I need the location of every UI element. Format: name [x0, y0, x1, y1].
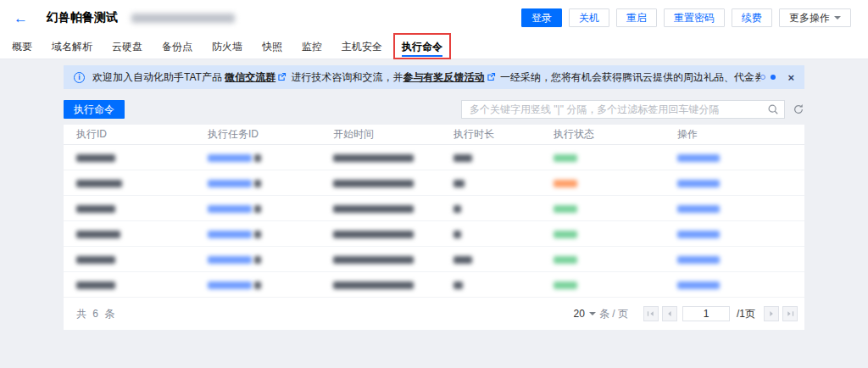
prev-page-button[interactable] — [662, 306, 677, 321]
feedback-activity-link[interactable]: 参与有奖反馈活动 — [403, 71, 485, 83]
search-input[interactable] — [470, 103, 767, 115]
cell-start-time — [320, 152, 441, 164]
more-actions-label: 更多操作 — [789, 11, 830, 25]
banner-text: 欢迎加入自动化助手TAT产品 微信交流群 进行技术咨询和交流，并参与有奖反馈活动… — [92, 70, 760, 85]
blurred-execution-id — [76, 180, 122, 187]
blurred-operation-link[interactable] — [677, 205, 720, 213]
cell-start-time — [320, 177, 441, 189]
search-icon[interactable] — [767, 103, 779, 115]
blurred-operation-link[interactable] — [677, 256, 720, 264]
page-number-input[interactable] — [682, 306, 730, 321]
cell-operation — [665, 228, 804, 240]
carousel-dot-inactive[interactable] — [760, 75, 765, 80]
table-row — [64, 272, 804, 298]
blurred-copy-icon[interactable] — [254, 205, 261, 213]
last-page-button[interactable] — [782, 306, 798, 321]
total-count: 共 6 条 — [76, 307, 116, 321]
page-total: /1页 — [737, 307, 755, 321]
blurred-operation-link[interactable] — [677, 231, 720, 238]
first-page-button[interactable] — [643, 306, 659, 321]
tab-monitor[interactable]: 监控 — [302, 36, 322, 59]
chevron-down-icon — [589, 312, 596, 315]
status-badge — [554, 180, 577, 187]
column-header-task-id: 执行任务ID — [195, 127, 320, 142]
table-footer: 共 6 条 20 条 / 页 / — [64, 298, 804, 330]
blurred-task-id-link[interactable] — [208, 205, 252, 213]
renew-button[interactable]: 续费 — [732, 8, 772, 27]
tab-backup-point[interactable]: 备份点 — [162, 36, 192, 59]
tab-cloud-disk[interactable]: 云硬盘 — [112, 36, 142, 59]
tab-overview[interactable]: 概要 — [12, 36, 32, 59]
tab-snapshot[interactable]: 快照 — [262, 36, 282, 59]
cell-task-id — [195, 177, 320, 189]
cell-task-id — [195, 254, 320, 265]
blurred-operation-link[interactable] — [677, 154, 720, 162]
chevron-down-icon — [834, 16, 841, 20]
page-size-unit: 条 / 页 — [599, 307, 628, 321]
topbar: ← 幻兽帕鲁测试 登录 关机 重启 重置密码 续费 更多操作 — [0, 0, 868, 36]
cell-execution-id — [64, 152, 195, 164]
cell-duration — [441, 279, 541, 291]
execute-command-button[interactable]: 执行命令 — [64, 100, 125, 119]
reset-password-button[interactable]: 重置密码 — [664, 8, 725, 27]
cell-task-id — [195, 279, 320, 291]
blurred-operation-link[interactable] — [677, 180, 720, 187]
cell-duration — [441, 177, 541, 189]
blurred-start-time — [333, 231, 414, 238]
blurred-copy-icon[interactable] — [254, 256, 261, 264]
cell-task-id — [195, 203, 320, 215]
cell-operation — [665, 254, 804, 265]
instance-info-blurred — [131, 14, 235, 23]
close-icon[interactable]: × — [787, 72, 794, 83]
carousel-dot-active[interactable] — [771, 75, 776, 80]
blurred-execution-id — [76, 205, 115, 213]
login-button[interactable]: 登录 — [521, 8, 562, 27]
active-tab-underline — [402, 55, 442, 57]
blurred-duration — [453, 231, 461, 238]
page-size-select[interactable]: 20 — [574, 308, 596, 320]
status-badge — [554, 282, 577, 289]
blurred-task-id-link[interactable] — [208, 154, 252, 162]
blurred-task-id-link[interactable] — [208, 282, 252, 289]
external-link-icon — [277, 72, 287, 84]
back-arrow-icon[interactable]: ← — [14, 11, 28, 25]
cell-execution-id — [64, 228, 195, 240]
page-size-value: 20 — [574, 308, 585, 320]
blurred-operation-link[interactable] — [677, 282, 720, 289]
blurred-start-time — [333, 205, 414, 213]
blurred-copy-icon[interactable] — [254, 180, 261, 187]
topbar-actions: 登录 关机 重启 重置密码 续费 更多操作 — [521, 8, 851, 27]
tab-dns[interactable]: 域名解析 — [52, 36, 92, 59]
shutdown-button[interactable]: 关机 — [569, 8, 609, 27]
tab-host-security[interactable]: 主机安全 — [342, 36, 382, 59]
blurred-copy-icon[interactable] — [254, 231, 261, 238]
blurred-duration — [453, 205, 461, 213]
blurred-copy-icon[interactable] — [254, 154, 261, 162]
restart-button[interactable]: 重启 — [616, 8, 657, 27]
cell-status — [541, 152, 665, 164]
blurred-execution-id — [76, 282, 115, 289]
blurred-task-id-link[interactable] — [208, 256, 252, 264]
blurred-task-id-link[interactable] — [208, 180, 252, 187]
table-body — [64, 145, 804, 298]
table-row — [64, 247, 804, 272]
tab-execute-command[interactable]: 执行命令 — [402, 36, 442, 59]
blurred-execution-id — [76, 256, 115, 264]
tab-firewall[interactable]: 防火墙 — [212, 36, 242, 59]
cell-status — [541, 279, 665, 291]
blurred-task-id-link[interactable] — [208, 231, 252, 238]
cell-task-id — [195, 228, 320, 240]
cell-start-time — [320, 203, 441, 215]
status-badge — [554, 205, 577, 213]
cell-task-id — [195, 152, 320, 164]
blurred-copy-icon[interactable] — [254, 282, 261, 289]
table-row — [64, 145, 804, 170]
cell-execution-id — [64, 254, 195, 265]
wechat-group-link[interactable]: 微信交流群 — [225, 71, 275, 83]
tabbar: 概要 域名解析 云硬盘 备份点 防火墙 快照 监控 主机安全 执行命令 — [0, 36, 868, 59]
more-actions-button[interactable]: 更多操作 — [779, 8, 851, 27]
next-page-button[interactable] — [764, 306, 779, 321]
blurred-start-time — [333, 282, 414, 289]
cell-operation — [665, 177, 804, 189]
refresh-icon[interactable] — [793, 103, 804, 115]
